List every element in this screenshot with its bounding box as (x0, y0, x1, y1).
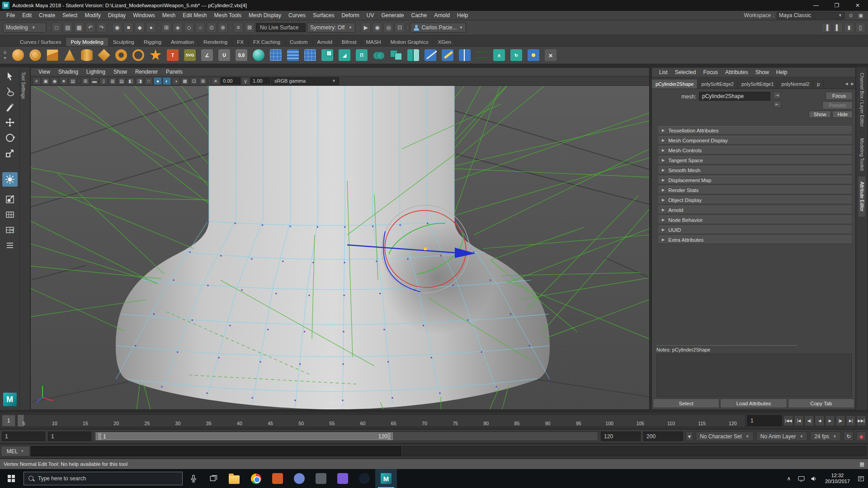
shelf-tab-animation[interactable]: Animation (166, 38, 199, 46)
poly-sphere-smooth-icon[interactable] (27, 47, 43, 63)
wireframe-icon[interactable]: □ (145, 77, 153, 85)
crease-tool-icon[interactable]: ∧ (491, 47, 507, 63)
select-component-icon[interactable]: ◆ (135, 23, 145, 33)
section-smooth-mesh[interactable]: ▶Smooth Mesh (658, 166, 852, 174)
panel-menu-show[interactable]: Show (109, 68, 131, 76)
play-forwards-button[interactable]: ▶ (825, 415, 835, 426)
safe-action-icon[interactable]: ◧ (127, 77, 135, 85)
shelf-tab-xgen[interactable]: XGen (433, 38, 456, 46)
panel-menu-view[interactable]: View (34, 68, 54, 76)
grid-toggle-icon[interactable]: ⊞ (81, 77, 90, 85)
smooth-mesh-icon[interactable] (250, 47, 267, 63)
insert-edge-loop-icon[interactable] (457, 47, 473, 63)
account-menu[interactable]: Carlos Pacie... ▼ (410, 23, 466, 33)
select-output-icon[interactable]: ⇥ (773, 92, 781, 99)
symmetry-selector[interactable]: Symmetry: Off▼ (307, 23, 355, 33)
ae-tab-polynormal2[interactable]: polyNormal2 (778, 80, 814, 89)
menu-curves[interactable]: Curves (285, 11, 309, 20)
command-input[interactable] (31, 446, 401, 456)
poly-cube-icon[interactable] (44, 47, 61, 63)
highlight-selection-icon[interactable]: ● (146, 23, 156, 33)
undo-icon[interactable]: ↶ (85, 23, 95, 33)
auto-keyframe-icon[interactable]: ◆ (856, 432, 866, 441)
current-time-field[interactable]: 1 (747, 415, 782, 426)
menu-windows[interactable]: Windows (129, 11, 159, 20)
menu-deform[interactable]: Deform (338, 11, 363, 20)
film-gate-icon[interactable]: ▬ (90, 77, 99, 85)
shelf-tab-fx-caching[interactable]: FX Caching (249, 38, 285, 46)
panel-menu-panels[interactable]: Panels (162, 68, 187, 76)
section-arnold[interactable]: ▶Arnold (658, 206, 852, 214)
focus-button[interactable]: Focus (826, 92, 853, 100)
maya-icon[interactable]: M (375, 469, 397, 488)
move-tool[interactable] (2, 115, 18, 130)
combine-icon[interactable] (388, 47, 404, 63)
menu-edit[interactable]: Edit (19, 11, 35, 20)
menu-cache[interactable]: Cache (407, 11, 430, 20)
use-all-lights-icon[interactable]: ▩ (181, 77, 189, 85)
command-language-selector[interactable]: MEL▼ (1, 446, 30, 456)
panel-menu-lighting[interactable]: Lighting (82, 68, 109, 76)
go-to-end-button[interactable]: ▶▶| (856, 415, 866, 426)
append-polygon-icon[interactable] (474, 47, 490, 63)
tool-settings-tab[interactable]: Tool Settings (20, 67, 27, 103)
sidebar-tab-channel-box-layer-editor[interactable]: Channel Box / Layer Editor (859, 67, 865, 133)
playback-end-field[interactable]: 120 (601, 432, 641, 441)
poly-cone-icon[interactable] (61, 47, 78, 63)
menu-uv[interactable]: UV (363, 11, 378, 20)
poly-prism-icon[interactable] (147, 47, 164, 63)
hide-button[interactable]: Hide (832, 111, 853, 118)
shelf-tab-curves-surfaces[interactable]: Curves / Surfaces (15, 38, 66, 46)
menu-set-selector[interactable]: Modeling▼ (3, 23, 46, 33)
range-track[interactable]: 1 120 (94, 432, 598, 441)
new-scene-icon[interactable]: □ (52, 23, 61, 33)
timeline-ruler[interactable]: 5101520253035404550556065707580859095100… (17, 414, 745, 427)
ae-menu-list[interactable]: List (656, 68, 671, 77)
select-button[interactable]: Select (653, 399, 719, 408)
field-chart-icon[interactable]: ▤ (118, 77, 126, 85)
poly-sphere-icon[interactable] (10, 47, 26, 63)
workspace-options-icon[interactable]: ▣ (857, 12, 864, 19)
node-name-field[interactable]: pCylinder2Shape (699, 92, 770, 101)
poly-plane-icon[interactable] (96, 47, 112, 63)
grid-tool-b[interactable] (2, 223, 18, 237)
animation-start-field[interactable]: 1 (2, 432, 45, 441)
shelf-tab-rendering[interactable]: Rendering (199, 38, 232, 46)
panel-menu-renderer[interactable]: Renderer (131, 68, 162, 76)
gamma-icon[interactable]: γ (241, 77, 250, 85)
rotate-tool[interactable] (2, 131, 18, 145)
construction-history-icon[interactable]: ⊠ (245, 23, 255, 33)
playback-range-bar[interactable]: 1 120 (96, 432, 393, 440)
tab-scroll-left-icon[interactable]: ◀ (844, 79, 849, 89)
character-set-selector[interactable]: No Character Set▼ (696, 432, 754, 441)
network-icon[interactable] (796, 469, 807, 488)
ae-menu-show[interactable]: Show (752, 68, 773, 77)
image-plane-icon[interactable]: ▤ (69, 77, 77, 85)
bevel-icon[interactable]: ◢ (336, 47, 353, 63)
poly-count-icon[interactable] (285, 47, 301, 63)
shelf-tab-bifrost[interactable]: Bifrost (337, 38, 362, 46)
app-purple-icon[interactable] (332, 469, 354, 488)
ae-tab-polysoftedge1[interactable]: polySoftEdge1 (738, 80, 778, 89)
exposure-icon[interactable]: ☀ (212, 77, 220, 85)
maximize-button[interactable]: ❐ (826, 0, 847, 11)
menu-mesh-tools[interactable]: Mesh Tools (211, 11, 245, 20)
app-orange-icon[interactable] (267, 469, 288, 488)
taskbar-search-input[interactable]: Type here to search (24, 472, 183, 485)
menu-file[interactable]: File (3, 11, 19, 20)
menu-select[interactable]: Select (59, 11, 81, 20)
snap-view-icon[interactable]: ⊙ (207, 23, 217, 33)
select-input-icon[interactable]: ⇤ (773, 101, 781, 108)
section-render-stats[interactable]: ▶Render Stats (658, 186, 852, 194)
colorspace-selector[interactable]: sRGB gamma ▼ (271, 77, 339, 85)
toggle-outliner-icon[interactable]: ▯ (855, 23, 865, 33)
sidebar-tab-modeling-toolkit[interactable]: Modeling Toolkit (859, 133, 865, 177)
safe-title-icon[interactable]: ◨ (136, 77, 144, 85)
section-uuid[interactable]: ▶UUID (658, 225, 852, 234)
make-live-icon[interactable]: ⊕ (218, 23, 228, 33)
multi-cut-icon[interactable] (422, 47, 439, 63)
poly-torus-icon[interactable] (113, 47, 129, 63)
snap-curve-icon[interactable]: ◈ (173, 23, 183, 33)
shelf-tab-sculpting[interactable]: Sculpting (108, 38, 139, 46)
ae-menu-focus[interactable]: Focus (699, 68, 722, 77)
